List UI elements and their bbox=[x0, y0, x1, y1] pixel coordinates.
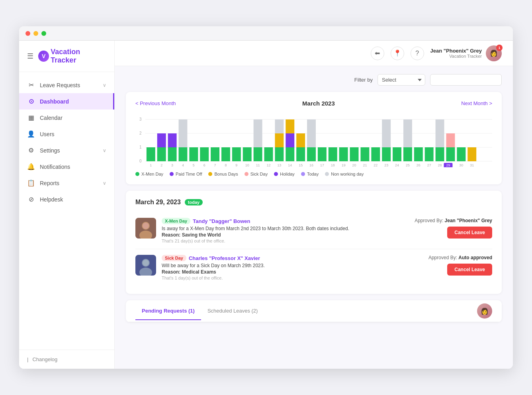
sidebar-item-helpdesk[interactable]: ⊘ Helpdesk bbox=[19, 191, 114, 207]
svg-text:28: 28 bbox=[438, 163, 442, 167]
sidebar-item-dashboard[interactable]: ⊙ Dashboard bbox=[19, 93, 114, 110]
svg-rect-51 bbox=[457, 147, 465, 161]
logo-letter: V bbox=[42, 53, 45, 59]
svg-text:9: 9 bbox=[235, 163, 237, 167]
legend-today: Today bbox=[301, 172, 319, 176]
changelog-icon: | bbox=[27, 356, 28, 362]
chart-svg-wrap: 0 1 2 3 bbox=[135, 111, 492, 168]
sidebar-item-label: Dashboard bbox=[40, 98, 105, 105]
legend-label-xmen: X-Men Day bbox=[141, 172, 163, 176]
sidebar-item-label: Leave Requests bbox=[40, 82, 98, 88]
svg-rect-18 bbox=[221, 147, 230, 161]
close-dot[interactable] bbox=[25, 31, 30, 36]
svg-text:10: 10 bbox=[245, 163, 249, 167]
filter-search-input[interactable] bbox=[430, 74, 502, 86]
sidebar-item-label: Reports bbox=[40, 180, 98, 186]
svg-rect-41 bbox=[382, 119, 391, 147]
reason-value-2: Medical Exams bbox=[182, 269, 216, 275]
legend-dot-today bbox=[301, 172, 305, 176]
tab-scheduled-leaves[interactable]: Scheduled Leaves (2) bbox=[201, 302, 264, 320]
legend-dot-pto bbox=[170, 172, 174, 176]
minimize-dot[interactable] bbox=[33, 31, 38, 36]
svg-text:23: 23 bbox=[384, 163, 388, 167]
prev-month-button[interactable]: < Previous Month bbox=[135, 100, 176, 106]
hamburger-icon[interactable]: ☰ bbox=[27, 52, 33, 61]
approved-name-1: Jean "Phoenix" Grey bbox=[445, 218, 492, 223]
leave-reason-2: Reason: Medical Exams bbox=[162, 269, 407, 275]
svg-text:3: 3 bbox=[171, 163, 173, 167]
svg-text:19: 19 bbox=[342, 163, 346, 167]
avatar-wrap[interactable]: 👩 1 bbox=[486, 45, 502, 61]
svg-point-88 bbox=[143, 223, 149, 229]
leave-desc-1: Is away for a X-Men Day from March 2nd 2… bbox=[162, 226, 407, 231]
svg-text:30: 30 bbox=[459, 163, 463, 167]
svg-rect-29 bbox=[286, 119, 294, 133]
svg-rect-50 bbox=[446, 133, 455, 147]
svg-text:1: 1 bbox=[150, 163, 152, 167]
svg-rect-38 bbox=[360, 147, 369, 161]
leave-entry: X-Men Day Tandy "Dagger" Bowen Is away f… bbox=[135, 212, 492, 249]
svg-rect-34 bbox=[318, 147, 327, 161]
next-month-button[interactable]: Next Month > bbox=[461, 100, 492, 106]
help-icon[interactable]: ? bbox=[411, 47, 424, 60]
legend-pto: Paid Time Off bbox=[170, 172, 202, 176]
dashboard-area: Filter by Select < Previous Month March … bbox=[115, 66, 513, 333]
sidebar-item-notifications[interactable]: 🔔 Notifications bbox=[19, 158, 114, 175]
cancel-leave-button-1[interactable]: Cancel Leave bbox=[447, 227, 492, 239]
sidebar-nav: ✂ Leave Requests ∨ ⊙ Dashboard ▦ Calenda… bbox=[19, 72, 114, 350]
svg-rect-40 bbox=[382, 147, 391, 161]
sidebar-item-settings[interactable]: ⚙ Settings ∨ bbox=[19, 142, 114, 158]
app-logo-icon: V bbox=[38, 51, 49, 62]
sidebar-item-label: Helpdesk bbox=[40, 196, 106, 203]
tabs-left: Pending Requests (1) Scheduled Leaves (2… bbox=[135, 302, 264, 320]
filter-select[interactable]: Select bbox=[377, 74, 425, 86]
bottom-card: Pending Requests (1) Scheduled Leaves (2… bbox=[126, 300, 502, 322]
svg-rect-12 bbox=[168, 133, 177, 147]
sidebar-item-users[interactable]: 👤 Users bbox=[19, 126, 114, 142]
svg-rect-48 bbox=[436, 119, 444, 147]
svg-rect-10 bbox=[157, 133, 166, 147]
legend-xmen: X-Men Day bbox=[135, 172, 163, 176]
svg-rect-8 bbox=[147, 147, 155, 161]
tabs-bar: Pending Requests (1) Scheduled Leaves (2… bbox=[126, 300, 502, 322]
svg-rect-19 bbox=[232, 147, 241, 161]
svg-rect-23 bbox=[264, 147, 273, 161]
legend-holiday: Holiday bbox=[274, 172, 295, 176]
filter-bar: Filter by Select bbox=[126, 74, 502, 86]
svg-text:27: 27 bbox=[427, 163, 431, 167]
svg-rect-16 bbox=[200, 147, 209, 161]
svg-rect-14 bbox=[179, 119, 188, 147]
svg-text:5: 5 bbox=[193, 163, 195, 167]
chart-card: < Previous Month March 2023 Next Month >… bbox=[126, 92, 502, 184]
chart-title: March 2023 bbox=[302, 100, 335, 107]
approved-by-2: Approved By: Auto approved bbox=[428, 255, 492, 260]
legend-label-today: Today bbox=[307, 172, 319, 176]
location-icon[interactable]: 📍 bbox=[391, 47, 404, 60]
svg-text:1: 1 bbox=[139, 145, 142, 149]
main-content: ⬅ 📍 ? Jean "Phoenix" Grey Vacation Track… bbox=[115, 41, 513, 369]
sidebar-item-changelog[interactable]: | Changelog bbox=[27, 356, 106, 362]
svg-rect-30 bbox=[296, 147, 305, 161]
tab-pending-requests[interactable]: Pending Requests (1) bbox=[135, 302, 201, 320]
chevron-down-icon: ∨ bbox=[103, 148, 106, 153]
back-icon[interactable]: ⬅ bbox=[371, 47, 384, 60]
leave-right-1: Approved By: Jean "Phoenix" Grey Cancel … bbox=[413, 218, 492, 239]
chevron-down-icon: ∨ bbox=[103, 82, 106, 88]
sidebar-item-leave-requests[interactable]: ✂ Leave Requests ∨ bbox=[19, 77, 114, 93]
svg-text:2: 2 bbox=[160, 163, 162, 167]
person-name-2: Charles "Professor X" Xavier bbox=[189, 255, 260, 261]
svg-rect-35 bbox=[329, 147, 337, 161]
legend-nonwork: Non working day bbox=[325, 172, 364, 176]
approved-prefix-2: Approved By: bbox=[428, 255, 457, 260]
sidebar-item-calendar[interactable]: ▦ Calendar bbox=[19, 110, 114, 126]
legend-label-holiday: Holiday bbox=[280, 172, 295, 176]
svg-rect-47 bbox=[436, 147, 444, 161]
svg-rect-39 bbox=[371, 147, 380, 161]
legend-sick: Sick Day bbox=[244, 172, 268, 176]
approved-by-1: Approved By: Jean "Phoenix" Grey bbox=[415, 218, 492, 223]
leave-tag-sick: Sick Day bbox=[162, 255, 186, 261]
sidebar-item-reports[interactable]: 📋 Reports ∨ bbox=[19, 175, 114, 191]
svg-text:2: 2 bbox=[139, 131, 142, 135]
cancel-leave-button-2[interactable]: Cancel Leave bbox=[447, 264, 492, 276]
expand-dot[interactable] bbox=[41, 31, 46, 36]
